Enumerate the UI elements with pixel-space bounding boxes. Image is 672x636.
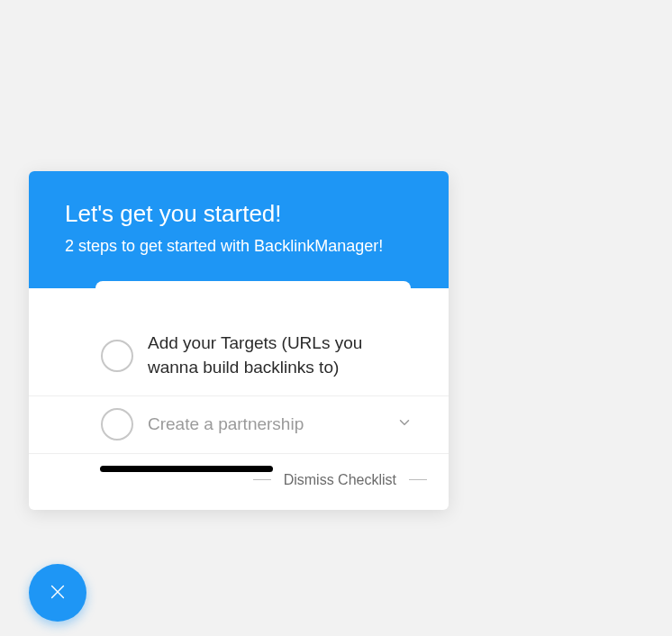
redacted-bar: [100, 466, 273, 472]
onboarding-checklist-card: Let's get you started! 2 steps to get st…: [29, 171, 449, 510]
divider-line: [409, 479, 427, 480]
checklist-items: Add your Targets (URLs you wanna build b…: [29, 288, 449, 510]
close-icon: [48, 582, 68, 604]
divider-line: [253, 479, 271, 480]
checklist-circle[interactable]: [101, 340, 133, 372]
inner-tab: [95, 281, 411, 295]
checklist-item-label: Create a partnership: [148, 413, 396, 437]
card-header: Let's get you started! 2 steps to get st…: [29, 171, 449, 288]
dismiss-checklist-button[interactable]: Dismiss Checklist: [284, 472, 396, 488]
checklist-circle[interactable]: [101, 408, 133, 441]
card-subtitle: 2 steps to get started with BacklinkMana…: [65, 237, 413, 256]
dismiss-row: Dismiss Checklist: [29, 454, 449, 510]
checklist-item-create-partnership[interactable]: Create a partnership: [29, 396, 449, 454]
chevron-down-icon: [396, 414, 413, 434]
checklist-item-add-targets[interactable]: Add your Targets (URLs you wanna build b…: [29, 315, 449, 396]
card-title: Let's get you started!: [65, 200, 413, 228]
checklist-item-label: Add your Targets (URLs you wanna build b…: [148, 332, 413, 379]
close-fab-button[interactable]: [29, 564, 86, 622]
